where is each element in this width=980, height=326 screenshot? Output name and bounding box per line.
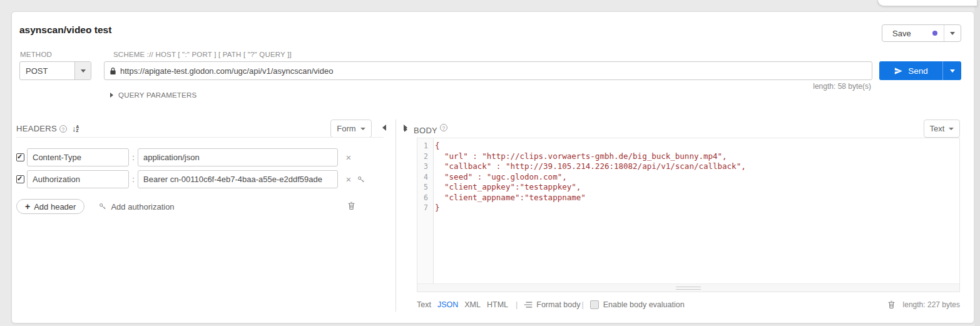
remove-header-button[interactable]: × bbox=[340, 152, 357, 163]
body-type-link[interactable]: JSON bbox=[437, 300, 458, 309]
code-text: "client_appname":"testappname" bbox=[431, 193, 586, 203]
sort-headers-icon[interactable]: ↓ AZ bbox=[72, 125, 79, 133]
scheme-label: SCHEME :// HOST [ ":" PORT ] [ PATH [ "?… bbox=[113, 51, 292, 58]
line-number: 2 bbox=[417, 151, 431, 162]
method-select[interactable]: POST bbox=[19, 61, 91, 80]
line-number: 3 bbox=[417, 161, 431, 172]
body-section-header: BODY? bbox=[404, 124, 447, 135]
header-value-input[interactable] bbox=[138, 170, 338, 188]
add-header-button[interactable]: + Add header bbox=[16, 199, 84, 214]
key-icon[interactable] bbox=[357, 175, 365, 184]
body-type-link[interactable]: HTML bbox=[487, 300, 508, 309]
lock-icon bbox=[110, 67, 116, 75]
evaluation-toggle: Enable body evaluation bbox=[590, 300, 685, 309]
method-value: POST bbox=[20, 66, 74, 76]
code-text: "callback" : "http://39.105.214.226:1808… bbox=[431, 161, 746, 172]
paper-plane-icon bbox=[894, 66, 903, 76]
resize-grip-icon bbox=[676, 287, 701, 290]
add-authorization-button[interactable]: Add authorization bbox=[98, 202, 174, 211]
save-button[interactable]: Save bbox=[882, 24, 961, 42]
panel-divider bbox=[396, 120, 396, 312]
chevron-right-icon[interactable] bbox=[404, 127, 407, 132]
chevron-down-icon bbox=[950, 69, 955, 73]
method-dropdown-button[interactable] bbox=[74, 62, 91, 79]
headers-mode-toggle[interactable]: Form bbox=[330, 120, 372, 138]
code-line: 7 } bbox=[417, 203, 959, 213]
body-mode-label: Text bbox=[930, 124, 945, 133]
chevron-down-icon bbox=[949, 128, 954, 130]
headers-section-header: HEADERS ? ↓ AZ bbox=[16, 124, 79, 133]
body-type-link[interactable]: Text bbox=[417, 300, 431, 309]
save-button-label: Save bbox=[882, 29, 911, 38]
page-scrollbar[interactable] bbox=[974, 0, 980, 326]
enable-evaluation-label: Enable body evaluation bbox=[603, 300, 685, 309]
separator bbox=[581, 300, 583, 309]
help-icon[interactable]: ? bbox=[59, 125, 67, 133]
line-number: 4 bbox=[417, 172, 431, 183]
format-icon bbox=[524, 301, 533, 308]
add-authorization-label: Add authorization bbox=[111, 202, 174, 211]
format-body-label: Format body bbox=[536, 300, 580, 309]
chevron-down-icon bbox=[360, 128, 365, 130]
code-line: 3 "callback" : "http://39.105.214.226:18… bbox=[417, 161, 959, 172]
key-icon bbox=[98, 202, 107, 211]
body-meta: length: 227 bytes bbox=[887, 300, 960, 309]
url-input[interactable] bbox=[120, 66, 867, 76]
headers-title: HEADERS bbox=[16, 124, 57, 133]
browser-extension-tab[interactable] bbox=[877, 0, 977, 6]
clear-headers-button[interactable] bbox=[347, 201, 355, 210]
header-name-input[interactable] bbox=[27, 148, 129, 166]
body-mode-toggle[interactable]: Text bbox=[924, 120, 960, 138]
line-number: 7 bbox=[417, 203, 431, 213]
header-row: : × bbox=[16, 148, 357, 166]
request-card: asynscan/video test Save METHOD SCHEME :… bbox=[11, 11, 974, 323]
remove-header-button[interactable]: × bbox=[340, 174, 357, 185]
collapse-left-icon[interactable] bbox=[382, 125, 386, 131]
help-icon[interactable]: ? bbox=[440, 124, 447, 131]
body-type-link[interactable]: XML bbox=[464, 300, 481, 309]
line-number: 5 bbox=[417, 182, 431, 193]
header-value-input[interactable] bbox=[138, 148, 338, 166]
header-colon: : bbox=[129, 153, 138, 162]
line-number: 1 bbox=[417, 141, 431, 151]
headers-actions: + Add header Add authorization bbox=[16, 199, 175, 214]
code-line: 2 "url" : "http://clips.vorwaerts-gmbh.d… bbox=[417, 151, 959, 162]
code-text: } bbox=[431, 203, 440, 213]
enable-evaluation-checkbox[interactable] bbox=[590, 300, 599, 309]
clear-body-button[interactable] bbox=[887, 300, 896, 309]
url-field[interactable] bbox=[104, 61, 872, 80]
code-line: 5 "client_appkey":"testappkey", bbox=[417, 182, 959, 193]
code-line: 6 "client_appname":"testappname" bbox=[417, 193, 959, 203]
send-dropdown-button[interactable] bbox=[943, 69, 961, 73]
query-parameters-toggle[interactable]: QUERY PARAMETERS bbox=[110, 91, 197, 99]
send-button[interactable]: Send bbox=[879, 61, 961, 80]
line-number: 6 bbox=[417, 193, 431, 203]
url-length-text: length: 58 byte(s) bbox=[813, 82, 871, 91]
chevron-down-icon bbox=[950, 32, 955, 35]
header-colon: : bbox=[129, 175, 138, 184]
code-text: "client_appkey":"testappkey", bbox=[431, 182, 581, 193]
save-dropdown-button[interactable] bbox=[944, 25, 961, 41]
header-enabled-checkbox[interactable] bbox=[16, 153, 24, 161]
header-name-input[interactable] bbox=[27, 170, 129, 188]
code-line: 4 "seed" : "ugc.glodon.com", bbox=[417, 172, 959, 183]
code-text: { bbox=[431, 141, 440, 151]
header-enabled-checkbox[interactable] bbox=[16, 175, 24, 183]
chevron-right-icon bbox=[110, 93, 113, 98]
body-title: BODY? bbox=[414, 124, 447, 135]
separator bbox=[516, 300, 518, 309]
code-text: "seed" : "ugc.glodon.com", bbox=[431, 172, 567, 183]
body-editor[interactable]: 1 { 2 "url" : "http://clips.vorwaerts-gm… bbox=[417, 138, 960, 292]
header-row: : × bbox=[16, 170, 365, 188]
format-body-button[interactable]: Format body bbox=[524, 300, 580, 309]
page-title: asynscan/video test bbox=[19, 24, 111, 36]
code-area[interactable]: 1 { 2 "url" : "http://clips.vorwaerts-gm… bbox=[417, 138, 959, 283]
headers-underline bbox=[16, 137, 384, 138]
send-button-label: Send bbox=[908, 66, 928, 76]
add-header-label: Add header bbox=[34, 202, 76, 211]
send-button-main[interactable]: Send bbox=[879, 66, 942, 76]
editor-resize-handle[interactable] bbox=[417, 283, 959, 292]
code-line: 1 { bbox=[417, 141, 959, 151]
unsaved-indicator-dot bbox=[932, 31, 937, 36]
body-length-text: length: 227 bytes bbox=[903, 300, 960, 309]
